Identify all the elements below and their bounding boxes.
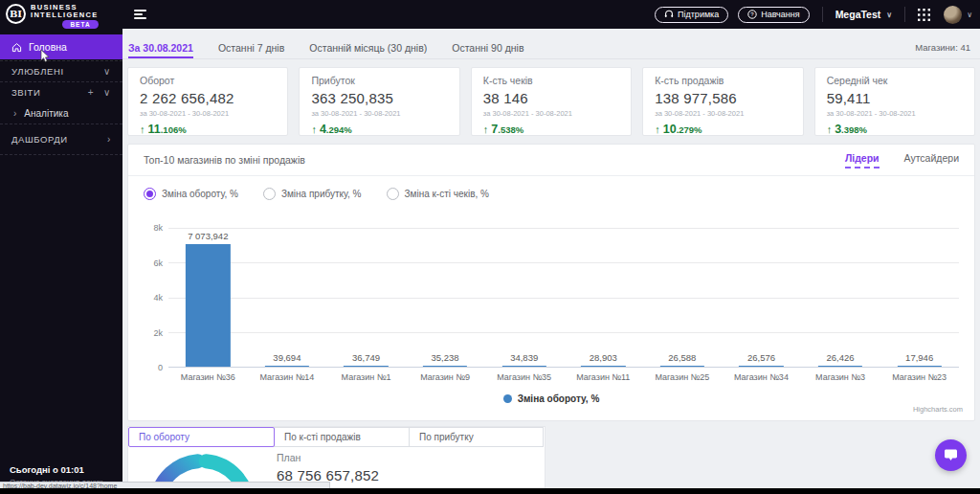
plot-area: 7 073,94239,69436,74935,23834,83928,9032… — [168, 228, 959, 368]
bar[interactable] — [581, 366, 625, 367]
tab-period-3[interactable]: Останні 90 днів — [452, 36, 523, 58]
highcharts-credit[interactable]: Highcharts.com — [913, 405, 963, 414]
training-label: Навчання — [761, 10, 799, 19]
logo-bi-icon: BI — [6, 4, 26, 24]
bar[interactable] — [502, 366, 546, 367]
y-tick: 8k — [153, 223, 163, 233]
training-button[interactable]: ? Навчання — [738, 7, 809, 23]
arrow-up-icon: ↑ — [827, 124, 833, 135]
bar-slot: 26,576 — [722, 228, 801, 367]
bar[interactable] — [818, 366, 862, 367]
workspace-selector[interactable]: MegaTest ∨ — [835, 9, 893, 20]
kpi-card-avg-receipt[interactable]: Середній чек 59,411 за 30-08-2021 - 30-0… — [814, 67, 975, 136]
legend-item[interactable]: Зміна обороту, % — [503, 393, 600, 404]
workspace-name: MegaTest — [835, 9, 881, 20]
bar-value-label: 28,903 — [590, 352, 617, 363]
bar-value-label: 26,576 — [747, 352, 775, 363]
mouse-cursor — [40, 50, 52, 63]
bar[interactable] — [423, 366, 467, 367]
support-label: Підтримка — [678, 10, 719, 19]
bar-slot: 7 073,942 — [168, 228, 248, 367]
tab-by-turnover[interactable]: По обороту — [128, 427, 275, 447]
tab-period-0[interactable]: За 30.08.2021 — [128, 36, 193, 58]
kpi-card-profit[interactable]: Прибуток 363 250,835 за 30-08-2021 - 30-… — [299, 67, 459, 136]
plan-label: План — [277, 452, 379, 463]
x-category-label: Магазин №1 — [326, 372, 406, 382]
arrow-up-icon: ↑ — [140, 124, 145, 135]
x-category-label: Магазин №3 — [801, 372, 880, 382]
bar-value-label: 26,426 — [827, 352, 855, 363]
beta-badge: BETA — [62, 20, 98, 29]
bar-value-label: 36,749 — [352, 352, 380, 363]
bar[interactable] — [739, 366, 783, 367]
y-tick: 0 — [158, 363, 163, 372]
menu-toggle-icon[interactable] — [134, 10, 146, 19]
apps-grid-icon[interactable] — [918, 9, 930, 21]
svg-text:?: ? — [751, 11, 755, 17]
last-update-time: Сьогодні о 01:01 — [10, 464, 102, 475]
sidebar-item-favorites[interactable]: УЛЮБЛЕНІ ∨ — [0, 61, 122, 81]
x-category-label: Магазин №14 — [248, 372, 327, 382]
bar[interactable] — [898, 366, 942, 367]
chat-button[interactable] — [935, 439, 967, 471]
radio-turnover-change[interactable]: Зміна обороту, % — [144, 188, 238, 200]
bar-slot: 34,839 — [484, 228, 564, 367]
tab-by-profit[interactable]: По прибутку — [409, 427, 544, 447]
bar-value-label: 34,839 — [510, 352, 538, 363]
bar[interactable] — [186, 244, 230, 367]
kpi-card-receipts[interactable]: К-сть чеків 38 146 за 30-08-2021 - 30-08… — [471, 67, 632, 136]
sidebar: Головна УЛЮБЛЕНІ ∨ ЗВІТИ + ∨ › Аналітика… — [0, 29, 122, 494]
x-labels: Магазин №36Магазин №14Магазин №1Магазин … — [168, 372, 959, 382]
y-tick: 6k — [153, 258, 163, 268]
arrow-up-icon: ↑ — [483, 124, 489, 135]
bar-value-label: 17,946 — [905, 352, 933, 363]
tab-leaders[interactable]: Лідери — [845, 152, 880, 168]
kpi-card-sales[interactable]: К-сть продажів 138 977,586 за 30-08-2021… — [642, 67, 803, 136]
question-circle-icon: ? — [747, 10, 757, 19]
plan-fact-tabs: По обороту По к-сті продажів По прибутку — [128, 427, 545, 447]
sidebar-item-reports[interactable]: ЗВІТИ + ∨ — [0, 82, 122, 102]
bar-value-label: 7 073,942 — [188, 231, 228, 241]
bar[interactable] — [660, 366, 704, 367]
x-category-label: Магазин №25 — [643, 372, 723, 382]
x-category-label: Магазин №11 — [564, 372, 643, 382]
tab-by-sales-count[interactable]: По к-сті продажів — [274, 427, 410, 447]
bar[interactable] — [265, 366, 309, 367]
radio-receipts-change[interactable]: Зміна к-сті чеків, % — [387, 188, 489, 200]
home-icon — [11, 42, 22, 53]
kpi-card-turnover[interactable]: Оборот 2 262 656,482 за 30-08-2021 - 30-… — [127, 67, 288, 136]
bar[interactable] — [344, 366, 388, 367]
tab-period-1[interactable]: Останні 7 днів — [218, 36, 284, 58]
tab-outsiders[interactable]: Аутсайдери — [904, 152, 959, 168]
bar-slot: 26,426 — [801, 228, 880, 367]
chevron-down-icon: ∨ — [886, 11, 892, 19]
chart-legend: Зміна обороту, % — [128, 390, 974, 407]
support-button[interactable]: Підтримка — [655, 7, 728, 23]
legend-dot-icon — [503, 394, 512, 403]
brand-line2: INTELLIGENCE — [31, 11, 99, 19]
sidebar-item-dashboards[interactable]: ДАШБОРДИ › — [0, 124, 122, 154]
chevron-down-icon: ∨ — [967, 11, 972, 19]
user-menu[interactable]: ∨ — [944, 6, 972, 24]
y-tick: 4k — [153, 293, 163, 303]
bottom-black-strip — [0, 488, 980, 494]
radio-profit-change[interactable]: Зміна прибутку, % — [263, 188, 362, 200]
arrow-up-icon: ↑ — [655, 124, 660, 135]
y-axis: 8k6k4k2k0 — [134, 228, 163, 368]
x-category-label: Магазин №9 — [406, 372, 485, 382]
stores-count: Магазини: 41 — [915, 42, 980, 53]
period-tabs: За 30.08.2021 Останні 7 днів Останній мі… — [122, 36, 980, 59]
page: BI BUSINESS INTELLIGENCE BETA Підтримка … — [0, 0, 980, 494]
x-category-label: Магазин №35 — [484, 372, 564, 382]
brand-logo[interactable]: BI BUSINESS INTELLIGENCE BETA — [0, 1, 122, 29]
kpi-row: Оборот 2 262 656,482 за 30-08-2021 - 30-… — [127, 67, 975, 136]
y-tick: 2k — [153, 328, 163, 338]
tab-period-2[interactable]: Останній місяць (30 днів) — [309, 36, 427, 58]
plus-icon[interactable]: + — [88, 87, 94, 98]
chat-bubble-icon — [944, 449, 958, 462]
sidebar-item-analytics[interactable]: › Аналітика — [0, 102, 122, 124]
bar-slot: 17,946 — [880, 228, 959, 367]
chevron-down-icon: ∨ — [103, 87, 111, 98]
chevron-right-icon: › — [107, 134, 111, 145]
sidebar-item-home[interactable]: Головна — [0, 34, 122, 59]
